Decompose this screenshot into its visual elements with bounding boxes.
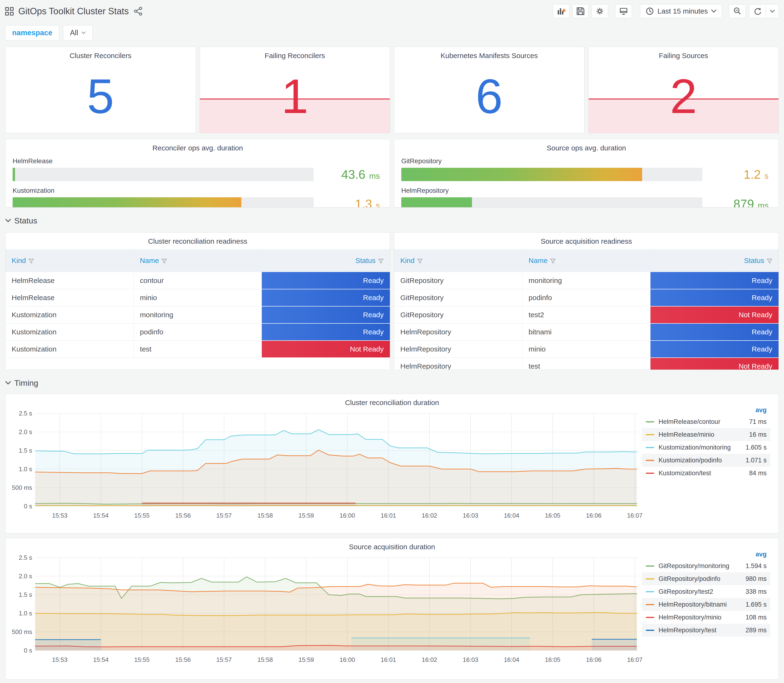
timeseries-plot[interactable]: 0 s500 ms1.0 s1.5 s2.0 s2.5 s15:5315:541… [9, 550, 642, 669]
refresh-icon [753, 6, 762, 16]
cell-name: podinfo [133, 324, 261, 341]
cell-name: bitnami [522, 324, 650, 341]
svg-text:16:05: 16:05 [545, 512, 560, 519]
time-range-picker[interactable]: Last 15 minutes [640, 4, 722, 18]
cell-status: Ready [651, 272, 779, 289]
variable-namespace-label[interactable]: namespace [5, 25, 59, 40]
table-row: KustomizationpodinfoReady [5, 324, 390, 341]
variable-namespace-value-dropdown[interactable]: All [63, 25, 93, 40]
panel-title[interactable]: Source acquisition readiness [394, 232, 779, 245]
filter-icon[interactable] [161, 258, 167, 264]
svg-text:16:02: 16:02 [422, 656, 437, 663]
legend-item[interactable]: HelmRelease/contour71 ms [642, 415, 770, 428]
filter-icon[interactable] [550, 258, 556, 264]
panel-title[interactable]: Source ops avg. duration [401, 139, 771, 152]
column-header-name[interactable]: Name [522, 249, 650, 272]
filter-icon[interactable] [378, 258, 384, 264]
series-color-dash [646, 604, 654, 605]
svg-text:15:55: 15:55 [134, 656, 150, 663]
column-header-kind[interactable]: Kind [394, 249, 522, 272]
legend-item[interactable]: Kustomization/podinfo1.071 s [642, 454, 770, 467]
panel-title[interactable]: Failing Reconcilers [200, 47, 390, 60]
panel-title[interactable]: Cluster Reconcilers [5, 47, 196, 60]
legend-item[interactable]: HelmRepository/minio108 ms [642, 611, 770, 624]
svg-text:1.5 s: 1.5 s [19, 447, 32, 454]
page-title: GitOps Toolkit Cluster Stats [18, 6, 129, 16]
column-header-status[interactable]: Status [651, 249, 779, 272]
column-header-name[interactable]: Name [133, 249, 261, 272]
cycle-view-mode-button[interactable] [615, 4, 632, 18]
series-color-dash [646, 447, 654, 448]
panel-title[interactable]: Reconciler ops avg. duration [13, 139, 383, 152]
share-icon[interactable] [133, 6, 143, 16]
svg-text:15:59: 15:59 [298, 512, 314, 519]
section-header-timing[interactable]: Timing [5, 377, 779, 388]
series-avg-value: 16 ms [733, 431, 766, 438]
section-header-status[interactable]: Status [5, 215, 779, 226]
variable-namespace-value: All [70, 29, 78, 37]
panel-title[interactable]: Cluster reconciliation readiness [5, 232, 390, 245]
dashboard-grid-icon[interactable] [5, 7, 14, 16]
refresh-button[interactable] [749, 5, 766, 18]
legend-item[interactable]: HelmRepository/bitnami1.695 s [642, 598, 770, 611]
stat-value: 5 [5, 72, 196, 120]
filter-icon[interactable] [766, 258, 772, 264]
legend-item[interactable]: HelmRelease/minio16 ms [642, 428, 770, 441]
series-avg-value: 84 ms [733, 470, 766, 477]
table-panel: Source acquisition readinessKindNameStat… [394, 232, 779, 370]
gear-icon [595, 6, 604, 16]
panel-title[interactable]: Kubernetes Manifests Sources [394, 47, 584, 60]
gauge-row: HelmRelease43.6 ms [13, 157, 383, 181]
column-header-kind[interactable]: Kind [5, 249, 133, 272]
svg-text:16:05: 16:05 [545, 656, 560, 663]
bar-gauge-panel: Reconciler ops avg. durationHelmRelease4… [5, 139, 390, 207]
svg-text:15:56: 15:56 [175, 512, 191, 519]
chevron-down-icon [82, 31, 86, 34]
dashboard-header: GitOps Toolkit Cluster Stats [5, 0, 779, 21]
series-color-dash [646, 460, 654, 461]
legend-avg-header[interactable]: avg [642, 549, 770, 560]
cell-name: test2 [522, 306, 650, 324]
chevron-down-icon [5, 219, 11, 223]
add-panel-button[interactable] [553, 4, 569, 18]
refresh-interval-dropdown[interactable] [766, 5, 779, 18]
legend-avg-header[interactable]: avg [642, 405, 770, 415]
legend-item[interactable]: GitRepository/podinfo980 ms [642, 572, 770, 585]
timeseries-plot[interactable]: 0 s500 ms1.0 s1.5 s2.0 s2.5 s15:5315:541… [9, 406, 642, 525]
readiness-table: KindNameStatusGitRepositorymonitoringRea… [394, 249, 779, 370]
svg-text:16:07: 16:07 [627, 512, 642, 519]
save-dashboard-button[interactable] [572, 4, 588, 18]
legend-item[interactable]: GitRepository/monitoring1.594 s [642, 560, 770, 572]
cell-kind: GitRepository [394, 272, 522, 289]
series-name: Kustomization/monitoring [659, 444, 733, 451]
series-name: HelmRepository/bitnami [659, 601, 733, 608]
cell-status: Ready [651, 324, 779, 341]
svg-text:1.0 s: 1.0 s [19, 610, 32, 617]
filter-icon[interactable] [28, 258, 34, 264]
table-row: KustomizationmonitoringReady [5, 306, 390, 324]
stat-value: 6 [394, 72, 584, 120]
cell-name: test [133, 341, 261, 358]
table-row: GitRepositorytest2Not Ready [394, 306, 779, 324]
filter-icon[interactable] [417, 258, 423, 264]
svg-text:0 s: 0 s [24, 647, 32, 654]
cell-kind: Kustomization [5, 341, 133, 358]
legend-item[interactable]: Kustomization/monitoring1.605 s [642, 441, 770, 454]
legend-item[interactable]: HelmRepository/test289 ms [642, 624, 770, 637]
chart-legend: avgHelmRelease/contour71 msHelmRelease/m… [642, 405, 770, 479]
legend-item[interactable]: GitRepository/test2338 ms [642, 585, 770, 598]
cell-status: Not Ready [651, 306, 779, 324]
column-header-status[interactable]: Status [262, 249, 390, 272]
series-name: GitRepository/monitoring [659, 562, 733, 570]
cell-name: podinfo [522, 289, 650, 306]
time-range-label: Last 15 minutes [657, 7, 708, 15]
cell-status: Ready [262, 324, 390, 341]
series-name: Kustomization/podinfo [659, 457, 733, 464]
cell-name: test [522, 358, 650, 370]
panel-title[interactable]: Failing Sources [588, 47, 779, 60]
clock-icon [646, 7, 654, 16]
legend-item[interactable]: Kustomization/test84 ms [642, 467, 770, 479]
svg-text:15:54: 15:54 [93, 512, 109, 519]
dashboard-settings-button[interactable] [592, 4, 608, 18]
zoom-out-button[interactable] [729, 4, 746, 18]
